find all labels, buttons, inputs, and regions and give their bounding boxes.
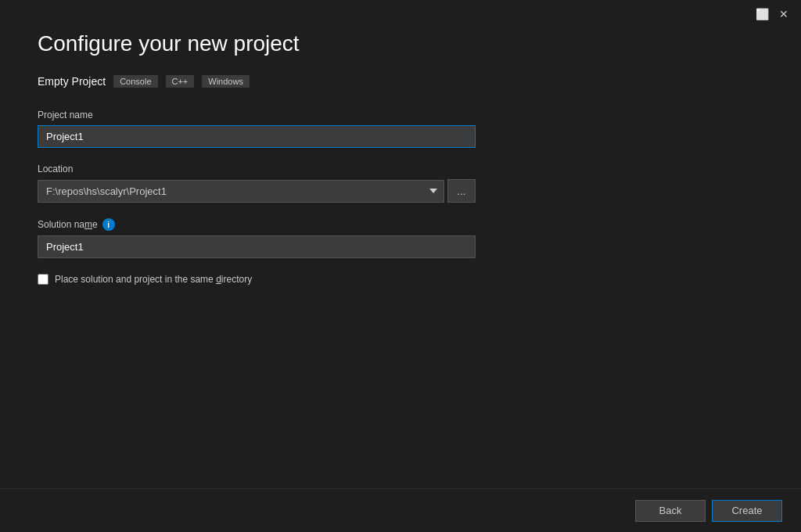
same-directory-checkbox[interactable] <box>38 274 48 285</box>
bottom-bar: Back Create <box>0 488 801 532</box>
create-button[interactable]: Create <box>712 500 782 522</box>
browse-button[interactable]: ... <box>447 179 476 203</box>
location-group: Location F:\repos\hs\scalyr\Project1 ... <box>38 164 763 203</box>
project-name-input[interactable] <box>38 125 476 148</box>
project-type-row: Empty Project Console C++ Windows <box>38 75 763 88</box>
same-directory-label[interactable]: Place solution and project in the same d… <box>55 274 252 285</box>
location-row: F:\repos\hs\scalyr\Project1 ... <box>38 179 763 203</box>
tag-cpp: C++ <box>166 75 195 88</box>
tag-console: Console <box>113 75 157 88</box>
tag-windows: Windows <box>202 75 250 88</box>
same-directory-row: Place solution and project in the same d… <box>38 274 763 285</box>
solution-name-input[interactable] <box>38 235 476 258</box>
solution-info-icon: i <box>102 218 115 231</box>
project-name-label: Project name <box>38 110 763 120</box>
solution-name-label: Solution name <box>38 219 98 230</box>
solution-name-group: Solution name i <box>38 218 763 258</box>
location-select[interactable]: F:\repos\hs\scalyr\Project1 <box>38 180 444 203</box>
project-type-name: Empty Project <box>38 75 106 88</box>
location-label: Location <box>38 164 763 174</box>
project-name-group: Project name <box>38 110 763 148</box>
solution-label-row: Solution name i <box>38 218 763 231</box>
close-button[interactable]: ✕ <box>773 6 795 22</box>
restore-button[interactable]: ⬜ <box>751 6 773 22</box>
back-button[interactable]: Back <box>635 500 706 522</box>
title-bar: ⬜ ✕ <box>751 0 801 22</box>
page-title: Configure your new project <box>38 31 763 56</box>
main-content: Configure your new project Empty Project… <box>0 0 801 316</box>
